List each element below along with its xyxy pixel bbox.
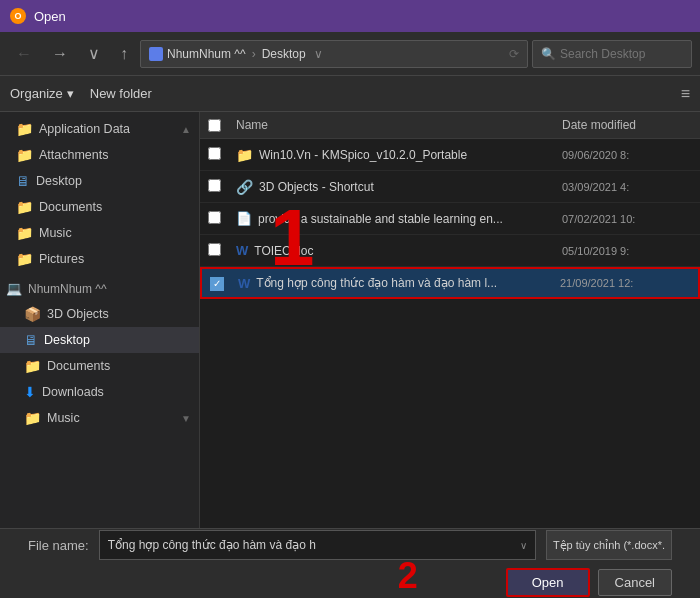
big-number-2: 2 xyxy=(398,555,418,597)
address-chevron: › xyxy=(252,47,256,61)
address-dropdown[interactable]: ∨ xyxy=(314,47,323,61)
address-icon xyxy=(149,47,163,61)
file-name: TOIEC.doc xyxy=(254,244,562,258)
word-icon: W xyxy=(236,243,248,258)
bottom-bar: File name: Tổng hợp công thức đạo hàm và… xyxy=(0,528,700,598)
header-name[interactable]: Name xyxy=(236,118,562,132)
file-checkbox[interactable] xyxy=(208,211,236,227)
organize-label: Organize xyxy=(10,86,63,101)
file-date: 03/09/2021 4: xyxy=(562,181,692,193)
organize-button[interactable]: Organize ▾ xyxy=(10,86,74,101)
bottom-flex: File name: Tổng hợp công thức đạo hàm và… xyxy=(16,524,684,598)
view-icon[interactable]: ≡ xyxy=(681,85,690,103)
sidebar-item-label: Documents xyxy=(39,200,102,214)
new-folder-label: New folder xyxy=(90,86,152,101)
file-row-win10[interactable]: 📁 Win10.Vn - KMSpico_v10.2.0_Portable 09… xyxy=(200,139,700,171)
open-button[interactable]: Open xyxy=(506,568,590,597)
main-content: 📁 Application Data ▲ 📁 Attachments 🖥 Des… xyxy=(0,112,700,528)
file-name-dropdown-icon[interactable]: ∨ xyxy=(520,540,527,551)
sidebar: 📁 Application Data ▲ 📁 Attachments 🖥 Des… xyxy=(0,112,200,528)
download-folder-icon: ⬇ xyxy=(24,384,36,400)
back-button[interactable]: ← xyxy=(8,41,40,67)
file-list-header: Name Date modified xyxy=(200,112,700,139)
folder-icon: 📁 xyxy=(24,410,41,426)
sidebar-section-label: NhumNhum ^^ xyxy=(28,282,107,296)
up-button[interactable]: ↑ xyxy=(112,41,136,67)
select-all-checkbox[interactable] xyxy=(208,119,221,132)
down-button[interactable]: ∨ xyxy=(80,40,108,67)
address-part1: NhumNhum ^^ xyxy=(167,47,246,61)
sidebar-item-music2[interactable]: 📁 Music ▼ xyxy=(0,405,199,431)
file-name-input[interactable]: Tổng hợp công thức đạo hàm và đạo h ∨ xyxy=(99,530,536,560)
file-list: Name Date modified 📁 Win10.Vn - KMSpico_… xyxy=(200,112,700,528)
new-folder-button[interactable]: New folder xyxy=(90,86,152,101)
folder-icon: 📁 xyxy=(16,121,33,137)
sidebar-section-computer: 💻 NhumNhum ^^ xyxy=(0,276,199,301)
file-date: 21/09/2021 12: xyxy=(560,277,690,289)
forward-button[interactable]: → xyxy=(44,41,76,67)
sidebar-item-documents2[interactable]: 📁 Documents xyxy=(0,353,199,379)
file-checkbox-selected[interactable]: ✓ xyxy=(210,275,238,291)
header-check xyxy=(208,118,236,132)
sidebar-item-label: Music xyxy=(47,411,80,425)
sidebar-item-label: Application Data xyxy=(39,122,130,136)
sidebar-item-desktop-active[interactable]: 🖥 Desktop xyxy=(0,327,199,353)
window-title: Open xyxy=(34,9,66,24)
sidebar-item-label: Documents xyxy=(47,359,110,373)
folder-icon: 📁 xyxy=(24,358,41,374)
address-bar[interactable]: NhumNhum ^^ › Desktop ∨ ⟳ xyxy=(140,40,528,68)
search-box[interactable]: 🔍 xyxy=(532,40,692,68)
file-checkbox[interactable] xyxy=(208,179,236,195)
shortcut-icon: 🔗 xyxy=(236,179,253,195)
bottom-line-filename: File name: Tổng hợp công thức đạo hàm và… xyxy=(28,530,672,560)
organize-dropdown-icon: ▾ xyxy=(67,86,74,101)
sidebar-item-label: Desktop xyxy=(36,174,82,188)
address-refresh[interactable]: ⟳ xyxy=(509,47,519,61)
file-row-provide[interactable]: 📄 provide a sustainable and stable learn… xyxy=(200,203,700,235)
sidebar-item-label: Downloads xyxy=(42,385,104,399)
search-input[interactable] xyxy=(560,47,683,61)
file-name: 3D Objects - Shortcut xyxy=(259,180,562,194)
sidebar-item-attachments[interactable]: 📁 Attachments xyxy=(0,142,199,168)
doc-icon: 📄 xyxy=(236,211,252,226)
file-row-toiec[interactable]: W TOIEC.doc 05/10/2019 9: xyxy=(200,235,700,267)
sidebar-item-documents[interactable]: 📁 Documents xyxy=(0,194,199,220)
file-checkbox[interactable] xyxy=(208,147,236,163)
folder-icon: 📁 xyxy=(16,251,33,267)
file-checkbox[interactable] xyxy=(208,243,236,259)
sidebar-item-label: Music xyxy=(39,226,72,240)
file-row-3d[interactable]: 🔗 3D Objects - Shortcut 03/09/2021 4: xyxy=(200,171,700,203)
sidebar-item-downloads[interactable]: ⬇ Downloads xyxy=(0,379,199,405)
file-row-tonghop[interactable]: ✓ W Tổng hợp công thức đạo hàm và đạo hà… xyxy=(200,267,700,299)
header-date[interactable]: Date modified xyxy=(562,118,692,132)
sidebar-item-desktop[interactable]: 🖥 Desktop xyxy=(0,168,199,194)
bottom-line-buttons: 2 Open Cancel xyxy=(28,568,672,597)
sidebar-item-application-data[interactable]: 📁 Application Data ▲ xyxy=(0,116,199,142)
folder-icon: 📁 xyxy=(236,147,253,163)
file-name: Tổng hợp công thức đạo hàm và đạo hàm l.… xyxy=(256,276,560,290)
search-icon: 🔍 xyxy=(541,47,556,61)
computer-icon: 💻 xyxy=(6,281,22,296)
file-type-selector[interactable]: Tệp tùy chỉnh (*.docx*. xyxy=(546,530,672,560)
checked-icon: ✓ xyxy=(210,277,224,291)
cancel-button[interactable]: Cancel xyxy=(598,569,672,596)
file-name-value: Tổng hợp công thức đạo hàm và đạo h xyxy=(108,538,316,552)
app-icon: O xyxy=(10,8,26,24)
address-part2: Desktop xyxy=(262,47,306,61)
action-bar: Organize ▾ New folder ≡ xyxy=(0,76,700,112)
file-date: 09/06/2020 8: xyxy=(562,149,692,161)
file-date: 05/10/2019 9: xyxy=(562,245,692,257)
sidebar-item-pictures[interactable]: 📁 Pictures xyxy=(0,246,199,272)
sidebar-item-label: Pictures xyxy=(39,252,84,266)
folder-icon: 📁 xyxy=(16,225,33,241)
sidebar-item-music[interactable]: 📁 Music xyxy=(0,220,199,246)
sidebar-item-label: 3D Objects xyxy=(47,307,109,321)
file-type-label: Tệp tùy chỉnh (*.docx*. xyxy=(553,539,665,552)
sidebar-item-3d-objects[interactable]: 📦 3D Objects xyxy=(0,301,199,327)
scroll-up-indicator: ▲ xyxy=(181,124,191,135)
file-name: Win10.Vn - KMSpico_v10.2.0_Portable xyxy=(259,148,562,162)
title-bar: O Open xyxy=(0,0,700,32)
toolbar: ← → ∨ ↑ NhumNhum ^^ › Desktop ∨ ⟳ 🔍 xyxy=(0,32,700,76)
file-name: provide a sustainable and stable learnin… xyxy=(258,212,562,226)
word-icon: W xyxy=(238,276,250,291)
